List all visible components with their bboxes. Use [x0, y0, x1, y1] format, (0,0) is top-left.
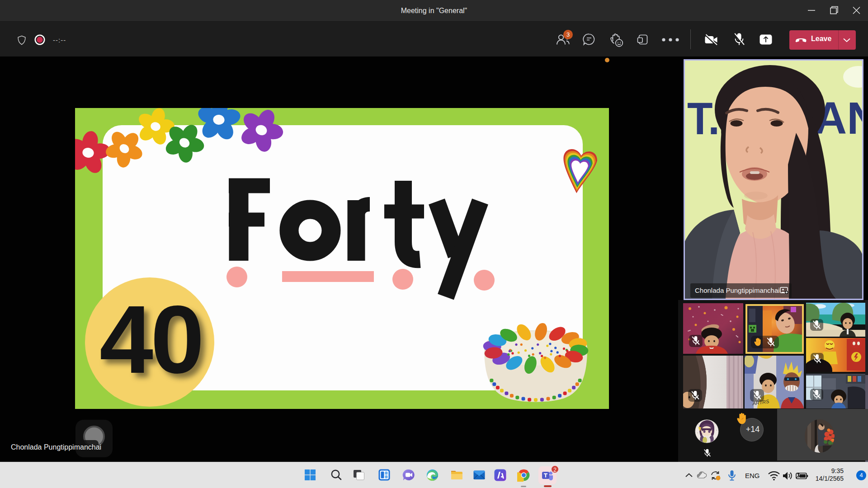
svg-text:T.: T.: [687, 93, 720, 144]
